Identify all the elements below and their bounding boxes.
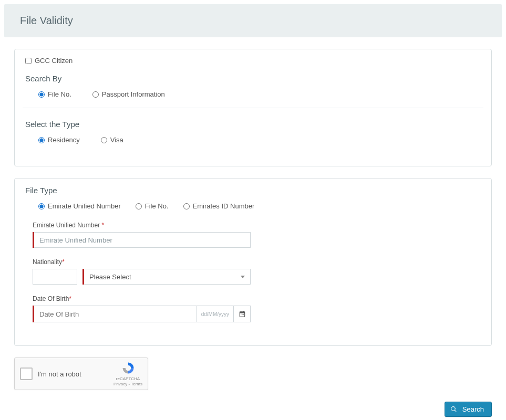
footer-actions: Search [0,402,506,420]
file-type-eid-label: Emirates ID Number [193,202,255,210]
search-icon [450,406,457,413]
file-type-panel: File Type Emirate Unified Number File No… [14,178,492,346]
eun-label-row: Emirate Unified Number * [33,222,481,229]
gcc-row: GCC Citizen [25,57,481,65]
recaptcha-brand: reCAPTCHA [113,376,142,382]
nationality-code-input[interactable] [33,269,77,285]
calendar-button[interactable] [234,306,251,322]
file-type-eid[interactable]: Emirates ID Number [183,202,255,210]
recaptcha-brand-block: reCAPTCHA Privacy - Terms [113,361,142,386]
dob-field-block: Date Of Birth* dd/MM/yyyy [33,295,481,322]
nationality-select[interactable]: Please Select [84,269,251,285]
nationality-label: Nationality [33,258,62,266]
page-title: File Validity [20,15,486,27]
recaptcha-widget: I'm not a robot reCAPTCHA Privacy - Term… [14,358,148,390]
dob-label: Date Of Birth [33,295,69,302]
select-type-visa-radio[interactable] [101,137,107,143]
search-by-title: Search By [25,74,481,83]
required-icon: * [69,295,71,302]
file-type-eun-radio[interactable] [38,203,45,209]
nationality-select-value: Please Select [89,273,131,281]
search-button-label: Search [462,405,484,413]
page-header: File Validity [4,4,502,37]
gcc-label: GCC Citizen [35,57,73,65]
file-type-file-no-radio[interactable] [136,203,142,209]
dob-input[interactable] [34,306,197,322]
select-type-residency-radio[interactable] [38,137,45,143]
nationality-field-block: Nationality* Please Select [33,258,481,285]
required-icon: * [62,258,65,266]
search-by-file-no-label: File No. [48,90,71,98]
file-type-file-no[interactable]: File No. [136,202,169,210]
eun-input-wrap [33,232,251,248]
eun-input[interactable] [34,232,251,248]
nationality-label-row: Nationality* [33,258,481,266]
eun-label: Emirate Unified Number [33,222,100,229]
file-type-eun[interactable]: Emirate Unified Number [38,202,121,210]
recaptcha-logo-icon [121,361,136,375]
calendar-icon [239,310,246,318]
required-icon: * [101,222,104,229]
gcc-checkbox[interactable] [25,58,32,64]
select-type-residency[interactable]: Residency [38,136,80,144]
search-button[interactable]: Search [445,402,492,417]
nationality-row: Please Select [33,269,481,285]
select-type-visa[interactable]: Visa [101,136,123,144]
select-type-title: Select the Type [25,120,481,129]
recaptcha-checkbox[interactable] [20,368,33,380]
nationality-select-wrap: Please Select [82,269,251,285]
search-by-file-no[interactable]: File No. [38,90,71,98]
select-type-residency-label: Residency [48,136,80,144]
search-by-file-no-radio[interactable] [38,91,45,98]
eun-field-block: Emirate Unified Number * [33,222,481,248]
select-type-visa-label: Visa [110,136,123,144]
file-type-eid-radio[interactable] [183,203,190,209]
search-by-options: File No. Passport Information [25,90,481,98]
select-type-options: Residency Visa [25,136,481,144]
criteria-panel: GCC Citizen Search By File No. Passport … [14,49,492,166]
file-type-title: File Type [25,186,481,195]
recaptcha-label: I'm not a robot [38,370,108,378]
file-type-eun-label: Emirate Unified Number [48,202,121,210]
file-type-options: Emirate Unified Number File No. Emirates… [25,202,481,210]
separator [23,108,483,108]
file-type-file-no-label: File No. [145,202,169,210]
search-by-passport[interactable]: Passport Information [92,90,165,98]
recaptcha-links[interactable]: Privacy - Terms [113,382,142,387]
dob-label-row: Date Of Birth* [33,295,481,302]
dob-format-hint: dd/MM/yyyy [197,306,234,322]
search-by-passport-radio[interactable] [92,91,99,98]
dob-input-wrap: dd/MM/yyyy [33,306,251,322]
search-by-passport-label: Passport Information [102,90,165,98]
chevron-down-icon [241,276,245,278]
